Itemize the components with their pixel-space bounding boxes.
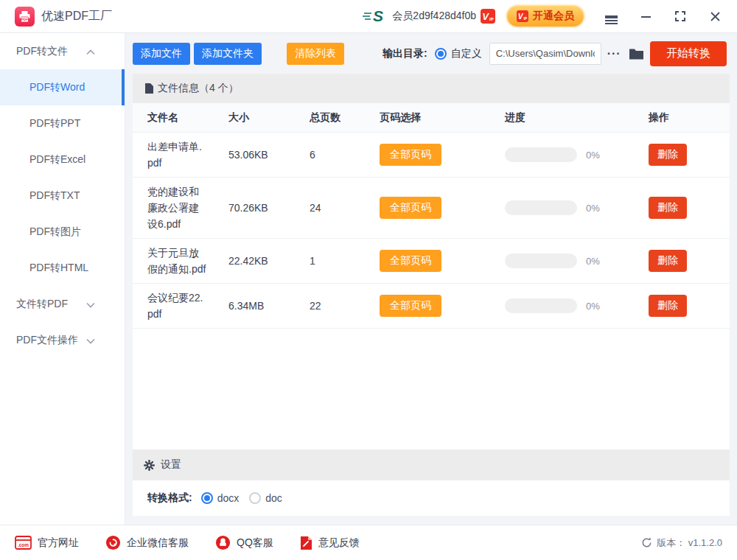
- sidebar-group-label: PDF转文件: [16, 45, 68, 58]
- progress-bar: [505, 147, 577, 162]
- page-select-button[interactable]: 全部页码: [380, 250, 441, 272]
- add-file-button[interactable]: 添加文件: [133, 43, 190, 65]
- sidebar-item-pdf-to-ppt[interactable]: PDF转PPT: [0, 105, 125, 141]
- delete-button[interactable]: 删除: [649, 144, 687, 166]
- app-window: PDF 优速PDF工厂 S 会员2d9f428d4f0b VIP VIP 开通会…: [0, 0, 737, 560]
- vip-badge-icon: VIP: [481, 9, 495, 24]
- col-pages: 总页数: [310, 111, 380, 125]
- progress-label: 0%: [586, 203, 600, 214]
- docx-radio[interactable]: [201, 492, 213, 504]
- chevron-down-icon: [86, 335, 95, 346]
- main-area: 添加文件 添加文件夹 清除列表 输出目录: 自定义 ··· 开始转换 文件信息（…: [133, 33, 730, 525]
- file-size: 70.26KB: [228, 202, 310, 214]
- col-action: 操作: [649, 111, 730, 125]
- empty-list-space: [133, 329, 730, 449]
- progress-bar: [505, 298, 577, 313]
- qq-service-label: QQ客服: [237, 536, 273, 550]
- official-site-link[interactable]: .com 官方网址: [15, 536, 79, 550]
- feedback-doc-icon: [300, 536, 312, 550]
- sidebar-item-pdf-to-excel[interactable]: PDF转Excel: [0, 141, 125, 178]
- table-row: 出差申请单.pdf 53.06KB 6 全部页码 0% 删除: [133, 133, 730, 178]
- website-com-icon: .com: [15, 536, 32, 550]
- file-pages: 22: [310, 300, 380, 312]
- file-pages: 24: [310, 202, 380, 214]
- output-dir-label: 输出目录:: [383, 47, 427, 60]
- doc-radio[interactable]: [249, 492, 261, 504]
- page-select-button[interactable]: 全部页码: [380, 144, 441, 166]
- sidebar-item-pdf-to-word[interactable]: PDF转Word: [0, 69, 125, 105]
- wechat-service-link[interactable]: 企业微信客服: [105, 535, 189, 550]
- page-select-button[interactable]: 全部页码: [380, 197, 441, 219]
- open-folder-button[interactable]: [629, 47, 644, 60]
- sidebar-item-label: PDF转Word: [29, 81, 85, 94]
- document-icon: [144, 83, 153, 94]
- version-label: 版本： v1.1.2.0: [657, 536, 722, 550]
- clear-list-button[interactable]: 清除列表: [287, 43, 344, 65]
- maximize-button[interactable]: [673, 9, 688, 24]
- sidebar-group-file-to-pdf[interactable]: 文件转PDF: [0, 286, 125, 322]
- sidebar-item-pdf-to-image[interactable]: PDF转图片: [0, 214, 125, 250]
- qq-icon: [215, 535, 231, 550]
- wechat-service-label: 企业微信客服: [127, 536, 189, 550]
- title-bar: PDF 优速PDF工厂 S 会员2d9f428d4f0b VIP VIP 开通会…: [0, 0, 737, 33]
- svg-text:S: S: [373, 7, 383, 24]
- file-name: 党的建设和廉政公署建设6.pdf: [147, 183, 206, 232]
- custom-output-radio-label: 自定义: [451, 47, 482, 60]
- settings-row: 转换格式: docx doc: [133, 480, 730, 516]
- svg-text:.com: .com: [18, 542, 29, 547]
- file-size: 6.34MB: [228, 300, 310, 312]
- app-title: 优速PDF工厂: [41, 9, 112, 24]
- minimize-button[interactable]: [638, 9, 653, 24]
- col-progress: 进度: [505, 111, 649, 125]
- file-info-header: 文件信息（4 个）: [133, 74, 730, 103]
- gear-icon: [144, 460, 155, 471]
- feedback-link[interactable]: 意见反馈: [300, 536, 360, 550]
- speed-logo-icon: S: [363, 7, 386, 26]
- custom-output-radio[interactable]: [435, 48, 447, 60]
- sidebar-group-pdf-operations[interactable]: PDF文件操作: [0, 322, 125, 358]
- settings-header: 设置: [133, 449, 730, 480]
- file-size: 53.06KB: [228, 149, 310, 161]
- close-button[interactable]: [708, 9, 722, 24]
- delete-button[interactable]: 删除: [649, 295, 687, 317]
- output-path-input[interactable]: [489, 43, 601, 65]
- menu-icon[interactable]: [604, 9, 618, 24]
- wechat-icon: [105, 535, 121, 550]
- feedback-label: 意见反馈: [318, 536, 360, 550]
- app-logo-icon: PDF: [15, 7, 35, 27]
- qq-service-link[interactable]: QQ客服: [215, 535, 273, 550]
- version-info: 版本： v1.1.2.0: [641, 536, 722, 550]
- vip-mini-icon: VIP: [517, 10, 528, 22]
- upgrade-membership-button[interactable]: VIP 开通会员: [507, 6, 584, 27]
- file-panel: 文件信息（4 个） 文件名 大小 总页数 页码选择 进度 操作 出差申请单.pd…: [133, 74, 730, 516]
- file-name: 会议纪要22.pdf: [147, 290, 206, 322]
- delete-button[interactable]: 删除: [649, 197, 687, 219]
- sidebar-item-label: PDF转Excel: [29, 153, 85, 167]
- delete-button[interactable]: 删除: [649, 250, 687, 272]
- progress-label: 0%: [586, 150, 600, 161]
- toolbar: 添加文件 添加文件夹 清除列表 输出目录: 自定义 ··· 开始转换: [133, 33, 730, 74]
- progress-bar: [505, 253, 577, 268]
- chevron-up-icon: [86, 46, 95, 57]
- progress-bar: [505, 200, 577, 215]
- col-size: 大小: [228, 111, 310, 125]
- page-select-button[interactable]: 全部页码: [380, 295, 441, 317]
- table-row: 会议纪要22.pdf 6.34MB 22 全部页码 0% 删除: [133, 284, 730, 329]
- browse-ellipsis-button[interactable]: ···: [607, 47, 621, 60]
- refresh-icon: [641, 537, 652, 548]
- sidebar-group-label: 文件转PDF: [16, 298, 68, 311]
- add-folder-button[interactable]: 添加文件夹: [194, 43, 262, 65]
- col-filename: 文件名: [147, 111, 228, 125]
- folder-icon: [629, 47, 644, 60]
- sidebar-item-label: PDF转HTML: [29, 262, 88, 275]
- official-site-label: 官方网址: [38, 536, 79, 550]
- settings-title: 设置: [161, 458, 181, 472]
- sidebar-item-pdf-to-txt[interactable]: PDF转TXT: [0, 178, 125, 214]
- sidebar-group-pdf-to-file[interactable]: PDF转文件: [0, 33, 125, 69]
- start-convert-button[interactable]: 开始转换: [650, 41, 727, 66]
- file-pages: 1: [310, 255, 380, 267]
- progress-label: 0%: [586, 301, 600, 312]
- sidebar-item-pdf-to-html[interactable]: PDF转HTML: [0, 250, 125, 286]
- sidebar: PDF转文件 PDF转Word PDF转PPT PDF转Excel PDF转TX…: [0, 33, 125, 525]
- format-label: 转换格式:: [147, 491, 192, 505]
